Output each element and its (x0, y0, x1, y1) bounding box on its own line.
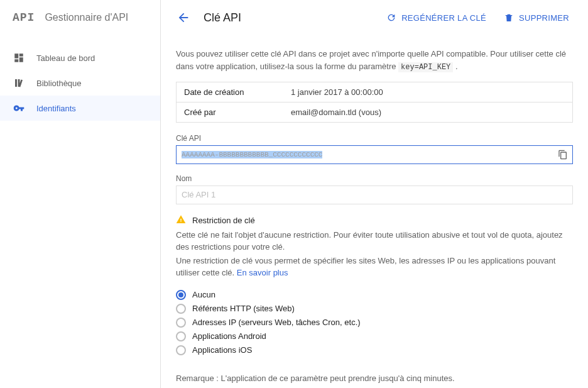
note: Remarque : L'application de ce paramètre… (176, 374, 573, 383)
radio-ip-addresses[interactable]: Adresses IP (serveurs Web, tâches Cron, … (176, 316, 573, 330)
sidebar-item-label: Bibliothèque (36, 79, 82, 88)
description: Vous pouvez utiliser cette clé API dans … (176, 48, 573, 73)
info-label-created: Date de création (177, 82, 283, 102)
api-key-input[interactable]: AAAAAAAA-BBBBBBBBBBBB_CCCCCCCCCCCC (177, 147, 553, 162)
copy-icon (558, 150, 568, 160)
radio-none[interactable]: Aucun (176, 288, 573, 302)
restriction-header: Restriction de clé (176, 214, 573, 226)
api-key-value: AAAAAAAA-BBBBBBBBBBBB_CCCCCCCCCCCC (182, 151, 322, 158)
sidebar-item-label: Identifiants (36, 104, 76, 113)
sidebar-item-credentials[interactable]: Identifiants (0, 96, 160, 121)
sidebar-header: API Gestionnaire d'API (0, 0, 160, 35)
radio-group: Aucun Référents HTTP (sites Web) Adresse… (176, 288, 573, 357)
dashboard-icon (13, 52, 25, 64)
radio-input[interactable] (176, 331, 186, 341)
info-row-created: Date de création 1 janvier 2017 à 00:00:… (177, 82, 572, 103)
api-logo: API (13, 11, 35, 24)
regenerate-button[interactable]: Regénérer la clé (380, 9, 493, 26)
radio-label: Applications iOS (192, 345, 252, 355)
info-value-by: email@domain.tld (vous) (283, 103, 572, 122)
sidebar-item-label: Tableau de bord (36, 53, 95, 63)
sidebar-item-library[interactable]: Bibliothèque (0, 70, 160, 96)
back-button[interactable] (173, 8, 193, 28)
desc-text-end: . (453, 62, 457, 71)
name-label: Nom (176, 174, 573, 183)
radio-input[interactable] (176, 304, 186, 314)
delete-label: Supprimer (519, 13, 569, 23)
arrow-left-icon (177, 11, 190, 25)
restriction-title: Restriction de clé (192, 216, 255, 225)
sidebar: API Gestionnaire d'API Tableau de bord B… (0, 0, 161, 388)
name-input[interactable] (176, 186, 573, 204)
radio-input[interactable] (176, 345, 186, 355)
api-key-field: AAAAAAAA-BBBBBBBBBBBB_CCCCCCCCCCCC (176, 145, 573, 164)
radio-http-referrers[interactable]: Référents HTTP (sites Web) (176, 302, 573, 316)
main: Clé API Regénérer la clé Supprimer Vous … (161, 0, 588, 388)
delete-button[interactable]: Supprimer (498, 9, 575, 26)
name-group: Nom (176, 174, 573, 204)
restriction-desc-2-text: Une restriction de clé vous permet de sp… (176, 256, 555, 278)
regenerate-label: Regénérer la clé (401, 13, 486, 23)
radio-input[interactable] (176, 318, 186, 328)
refresh-icon (386, 13, 396, 23)
desc-text: Vous pouvez utiliser cette clé API dans … (176, 49, 566, 71)
info-row-by: Créé par email@domain.tld (vous) (177, 103, 572, 122)
api-key-label: Clé API (176, 134, 573, 143)
trash-icon (504, 13, 514, 23)
radio-label: Référents HTTP (sites Web) (192, 304, 295, 313)
radio-label: Adresses IP (serveurs Web, tâches Cron, … (192, 318, 361, 327)
restriction-block: Restriction de clé Cette clé ne fait l'o… (176, 214, 573, 357)
copy-button[interactable] (553, 146, 572, 164)
sidebar-title: Gestionnaire d'API (45, 12, 128, 23)
library-icon (13, 77, 25, 89)
content: Vous pouvez utiliser cette clé API dans … (161, 35, 588, 388)
info-label-by: Créé par (177, 103, 283, 122)
learn-more-link[interactable]: En savoir plus (237, 268, 288, 277)
radio-label: Applications Android (192, 331, 266, 341)
desc-code: key=API_KEY (398, 62, 453, 72)
info-value-created: 1 janvier 2017 à 00:00:00 (283, 82, 572, 102)
warning-icon (176, 214, 186, 226)
restriction-desc-2: Une restriction de clé vous permet de sp… (176, 255, 573, 279)
radio-input[interactable] (176, 290, 186, 300)
sidebar-item-dashboard[interactable]: Tableau de bord (0, 45, 160, 70)
radio-ios[interactable]: Applications iOS (176, 343, 573, 357)
topbar: Clé API Regénérer la clé Supprimer (161, 0, 588, 35)
radio-label: Aucun (192, 290, 215, 299)
radio-android[interactable]: Applications Android (176, 330, 573, 343)
page-title: Clé API (204, 11, 241, 25)
info-block: Date de création 1 janvier 2017 à 00:00:… (176, 82, 573, 123)
restriction-desc-1: Cette clé ne fait l'objet d'aucune restr… (176, 229, 573, 253)
key-icon (13, 102, 25, 114)
api-key-group: Clé API AAAAAAAA-BBBBBBBBBBBB_CCCCCCCCCC… (176, 134, 573, 164)
sidebar-nav: Tableau de bord Bibliothèque Identifiant… (0, 35, 160, 121)
